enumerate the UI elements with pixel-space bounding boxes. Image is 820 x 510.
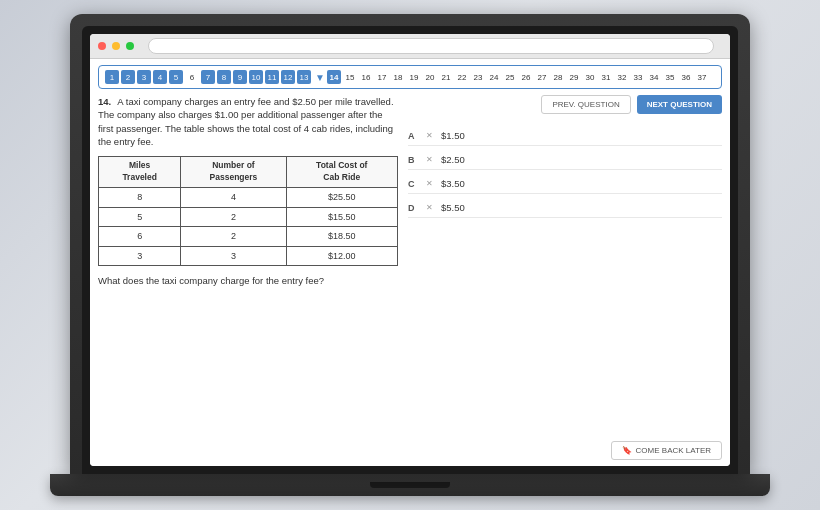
q-num-19[interactable]: 19 [407, 70, 421, 84]
answer-option-b[interactable]: B ✕ $2.50 [408, 150, 722, 170]
come-back-label: COME BACK LATER [636, 446, 711, 455]
passengers-3: 2 [181, 227, 286, 247]
q-num-23[interactable]: 23 [471, 70, 485, 84]
address-bar[interactable] [148, 38, 714, 54]
q-num-9[interactable]: 9 [233, 70, 247, 84]
q-num-28[interactable]: 28 [551, 70, 565, 84]
laptop-base [50, 474, 770, 496]
q-num-1[interactable]: 1 [105, 70, 119, 84]
col-header-miles: MilesTraveled [99, 157, 181, 188]
table-row: 8 4 $25.50 [99, 187, 398, 207]
q-num-32[interactable]: 32 [615, 70, 629, 84]
option-x-a: ✕ [426, 131, 433, 140]
passengers-2: 2 [181, 207, 286, 227]
question-text: 14. A taxi company charges an entry fee … [98, 95, 398, 148]
q-num-10[interactable]: 10 [249, 70, 263, 84]
q-num-37[interactable]: 37 [695, 70, 709, 84]
q-num-6[interactable]: 6 [185, 70, 199, 84]
q-num-11[interactable]: 11 [265, 70, 279, 84]
option-value-c: $3.50 [441, 178, 465, 189]
q-num-17[interactable]: 17 [375, 70, 389, 84]
cost-1: $25.50 [286, 187, 397, 207]
answer-option-d[interactable]: D ✕ $5.50 [408, 198, 722, 218]
option-x-d: ✕ [426, 203, 433, 212]
option-x-c: ✕ [426, 179, 433, 188]
q-num-26[interactable]: 26 [519, 70, 533, 84]
miles-4: 3 [99, 246, 181, 266]
q-num-15[interactable]: 15 [343, 70, 357, 84]
button-row: PREV. QUESTION NEXT QUESTION [408, 95, 722, 114]
q-num-35[interactable]: 35 [663, 70, 677, 84]
next-question-button[interactable]: NEXT QUESTION [637, 95, 722, 114]
answer-area: PREV. QUESTION NEXT QUESTION A ✕ $1.50 B… [408, 95, 722, 460]
screen-bezel: 1 2 3 4 5 6 7 8 9 10 11 12 13 ▼ [82, 26, 738, 474]
q-num-12[interactable]: 12 [281, 70, 295, 84]
option-letter-a: A [408, 131, 418, 141]
q-num-25[interactable]: 25 [503, 70, 517, 84]
q-num-7[interactable]: 7 [201, 70, 215, 84]
question-body: A taxi company charges an entry fee and … [98, 96, 394, 147]
miles-3: 6 [99, 227, 181, 247]
q-num-16[interactable]: 16 [359, 70, 373, 84]
table-row: 3 3 $12.00 [99, 246, 398, 266]
q-num-36[interactable]: 36 [679, 70, 693, 84]
question-number: 14. [98, 96, 111, 107]
col-header-passengers: Number ofPassengers [181, 157, 286, 188]
question-nav: 1 2 3 4 5 6 7 8 9 10 11 12 13 ▼ [98, 65, 722, 89]
q-num-4[interactable]: 4 [153, 70, 167, 84]
maximize-dot[interactable] [126, 42, 134, 50]
miles-2: 5 [99, 207, 181, 227]
bookmark-icon: 🔖 [622, 446, 632, 455]
q-num-2[interactable]: 2 [121, 70, 135, 84]
q-num-27[interactable]: 27 [535, 70, 549, 84]
cost-2: $15.50 [286, 207, 397, 227]
browser-chrome [90, 34, 730, 59]
laptop-outer: 1 2 3 4 5 6 7 8 9 10 11 12 13 ▼ [70, 14, 750, 474]
q-num-31[interactable]: 31 [599, 70, 613, 84]
q-num-8[interactable]: 8 [217, 70, 231, 84]
laptop-wrapper: 1 2 3 4 5 6 7 8 9 10 11 12 13 ▼ [50, 14, 770, 496]
option-value-b: $2.50 [441, 154, 465, 165]
option-value-d: $5.50 [441, 202, 465, 213]
browser-window: 1 2 3 4 5 6 7 8 9 10 11 12 13 ▼ [90, 34, 730, 466]
browser-content: 1 2 3 4 5 6 7 8 9 10 11 12 13 ▼ [90, 59, 730, 466]
miles-1: 8 [99, 187, 181, 207]
q-num-24[interactable]: 24 [487, 70, 501, 84]
option-letter-c: C [408, 179, 418, 189]
table-row: 6 2 $18.50 [99, 227, 398, 247]
q-num-3[interactable]: 3 [137, 70, 151, 84]
option-letter-b: B [408, 155, 418, 165]
q-num-33[interactable]: 33 [631, 70, 645, 84]
q-num-30[interactable]: 30 [583, 70, 597, 84]
answer-option-c[interactable]: C ✕ $3.50 [408, 174, 722, 194]
close-dot[interactable] [98, 42, 106, 50]
main-content: 14. A taxi company charges an entry fee … [98, 95, 722, 460]
col-header-cost: Total Cost ofCab Ride [286, 157, 397, 188]
prev-question-button[interactable]: PREV. QUESTION [541, 95, 630, 114]
q-num-21[interactable]: 21 [439, 70, 453, 84]
passengers-4: 3 [181, 246, 286, 266]
table-row: 5 2 $15.50 [99, 207, 398, 227]
q-num-18[interactable]: 18 [391, 70, 405, 84]
q-num-13[interactable]: 13 [297, 70, 311, 84]
option-x-b: ✕ [426, 155, 433, 164]
question-area: 14. A taxi company charges an entry fee … [98, 95, 398, 460]
q-num-34[interactable]: 34 [647, 70, 661, 84]
option-letter-d: D [408, 203, 418, 213]
nav-arrow-down: ▼ [315, 72, 325, 83]
q-num-14[interactable]: 14 [327, 70, 341, 84]
minimize-dot[interactable] [112, 42, 120, 50]
data-table: MilesTraveled Number ofPassengers Total … [98, 156, 398, 266]
laptop-notch [370, 482, 450, 488]
answer-option-a[interactable]: A ✕ $1.50 [408, 126, 722, 146]
cost-4: $12.00 [286, 246, 397, 266]
bottom-question: What does the taxi company charge for th… [98, 274, 398, 287]
q-num-22[interactable]: 22 [455, 70, 469, 84]
come-back-button[interactable]: 🔖 COME BACK LATER [611, 441, 722, 460]
q-num-20[interactable]: 20 [423, 70, 437, 84]
cost-3: $18.50 [286, 227, 397, 247]
passengers-1: 4 [181, 187, 286, 207]
q-num-5[interactable]: 5 [169, 70, 183, 84]
q-num-29[interactable]: 29 [567, 70, 581, 84]
option-value-a: $1.50 [441, 130, 465, 141]
